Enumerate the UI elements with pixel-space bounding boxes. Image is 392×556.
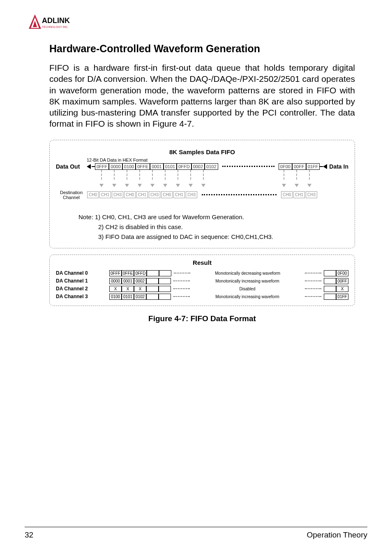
fifo-cell: 0101 <box>164 163 177 170</box>
fifo-cell: 0002 <box>191 163 205 170</box>
result-cell-empty <box>159 278 171 284</box>
svg-marker-6 <box>138 184 142 187</box>
result-cell-empty <box>159 270 171 276</box>
channel-cell: CH1 <box>173 191 185 198</box>
fifo-cell: 0FFD <box>177 163 191 170</box>
ellipsis <box>202 194 277 195</box>
result-cell: X <box>134 286 146 292</box>
channel-cell: CH3 <box>186 191 197 198</box>
down-arrow-icon <box>197 181 210 189</box>
ellipsis <box>222 166 274 167</box>
logo-sub: TECHNOLOGY INC. <box>42 25 69 28</box>
fifo-cell: 0FFE <box>136 163 150 170</box>
svg-marker-12 <box>282 184 286 187</box>
ellipsis <box>305 280 321 281</box>
fifo-cell: 0000 <box>109 163 122 170</box>
down-arrow-icon <box>159 181 171 189</box>
channel-cell: CH3 <box>149 191 160 198</box>
body-text: FIFO is a hardware first-in first-out da… <box>49 62 355 130</box>
down-arrow-icon <box>290 181 303 189</box>
result-cell: 0101 <box>122 294 134 300</box>
svg-marker-11 <box>201 184 205 187</box>
result-row-label: DA Channel 3 <box>56 294 101 299</box>
note-2: 2) CH2 is disabled in this case. <box>98 222 348 232</box>
svg-marker-13 <box>295 184 299 187</box>
result-description: Monotonically decreasing waveform <box>193 271 302 276</box>
svg-marker-8 <box>163 184 167 187</box>
channel-cell: CH3 <box>306 191 317 198</box>
ellipsis <box>173 288 190 289</box>
down-arrow-icon <box>108 181 120 189</box>
result-cell-end: X <box>336 286 348 292</box>
arrow-left-icon <box>323 164 327 169</box>
result-cell-empty <box>146 278 159 284</box>
note-3: 3) FIFO Data are assigned to DAC in sequ… <box>98 232 348 242</box>
result-cell-end: 0F00 <box>336 270 348 276</box>
result-cell-end: 00FF <box>336 278 348 284</box>
result-cell: 0FFD <box>134 270 147 276</box>
result-cell-empty <box>324 270 336 276</box>
fifo-cell: 0FFF <box>95 163 109 170</box>
channel-cell: CH0 <box>124 191 136 198</box>
channel-cell: CH3 <box>112 191 123 198</box>
fifo-notes: Note: 1) CH0, CH1, CH3 are used for Wave… <box>78 212 348 242</box>
svg-marker-10 <box>189 184 193 187</box>
result-cell: 0000 <box>109 278 122 284</box>
note-1: Note: 1) CH0, CH1, CH3 are used for Wave… <box>78 212 348 222</box>
result-cell: 0001 <box>122 278 134 284</box>
fifo-cell: 0001 <box>150 163 163 170</box>
result-cell: 0FFF <box>109 270 122 276</box>
fifo-cell: 0102 <box>205 163 218 170</box>
channel-cell: CH0 <box>281 191 293 198</box>
data-out-label: Data Out <box>56 163 87 170</box>
footer-section: Operation Theory <box>307 531 367 540</box>
result-cell: X <box>122 286 134 292</box>
result-cell-end: 01FF <box>336 294 348 300</box>
channel-cell: CH1 <box>136 191 148 198</box>
result-cell: 0102 <box>134 294 146 300</box>
result-cell-empty <box>324 294 336 300</box>
result-row: DA Channel 1000000010002 Monotonically i… <box>56 278 348 284</box>
down-arrow-icon <box>133 181 146 189</box>
figure-caption: Figure 4-7: FIFO Data Format <box>49 314 355 323</box>
result-row: DA Channel 3010001010102 Monotonically i… <box>56 294 348 300</box>
page-number: 32 <box>25 531 33 540</box>
arrow-left-icon <box>87 164 91 169</box>
result-title: Result <box>56 259 348 266</box>
result-description: Disabled <box>192 287 302 291</box>
result-row-label: DA Channel 0 <box>56 270 101 276</box>
fifo-data-row: Data Out 0FFF000001000FFE000101010FFD000… <box>56 163 348 170</box>
down-arrow-icon <box>277 181 290 189</box>
result-cell: X <box>109 286 122 292</box>
channel-cell: CH1 <box>293 191 305 198</box>
result-row-label: DA Channel 2 <box>56 286 101 292</box>
result-description: Monotonically increasing waveform <box>192 294 302 299</box>
channel-cell: CH0 <box>161 191 173 198</box>
result-cell-empty <box>324 286 336 292</box>
ellipsis <box>173 296 190 297</box>
section-title: Hardware-Controlled Waveform Generation <box>49 43 355 55</box>
down-arrow-icon <box>171 181 184 189</box>
page-footer: 32 Operation Theory <box>25 527 367 540</box>
result-cell-empty <box>324 278 336 284</box>
down-arrow-icon <box>184 181 197 189</box>
fifo-title: 8K Samples Data FIFO <box>56 148 348 155</box>
result-cell: 0002 <box>134 278 146 284</box>
svg-marker-5 <box>125 184 129 187</box>
result-cell-empty <box>159 286 171 292</box>
destination-label: Destination Channel <box>56 190 87 200</box>
ellipsis <box>305 288 321 289</box>
down-arrow-icon <box>146 181 159 189</box>
ellipsis <box>174 273 190 273</box>
svg-marker-4 <box>112 184 116 187</box>
fifo-cell: 00FF <box>292 163 306 170</box>
result-cell-empty <box>146 294 159 300</box>
svg-marker-14 <box>307 184 311 187</box>
logo-brand: ADLINK <box>42 16 70 25</box>
logo: ADLINK TECHNOLOGY INC. <box>25 12 367 35</box>
hex-note: 12-Bit DA Data in HEX Format <box>87 158 348 162</box>
fifo-cell: 01FF <box>306 163 320 170</box>
channel-cell: CH0 <box>87 191 99 198</box>
result-description: Monotonically increasing waveform <box>192 279 302 283</box>
fifo-cell: 0100 <box>122 163 136 170</box>
